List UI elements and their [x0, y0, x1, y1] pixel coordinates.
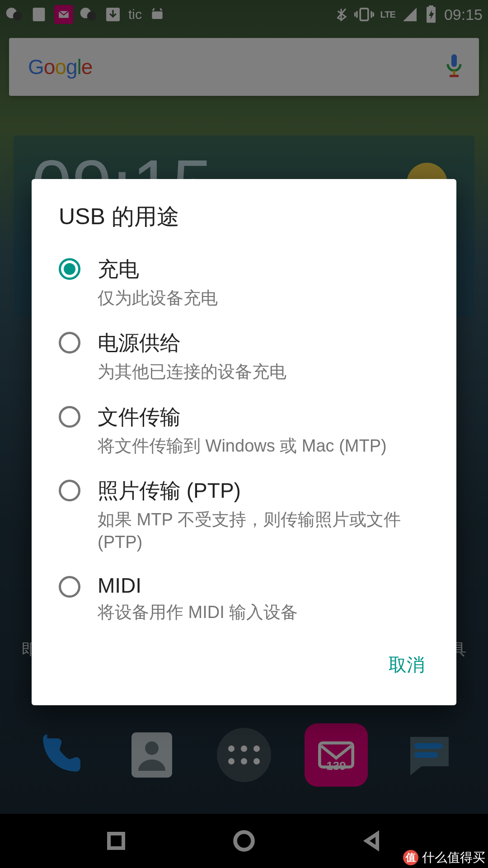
option-desc: 仅为此设备充电 [98, 287, 218, 309]
usb-option-file-transfer[interactable]: 文件传输 将文件传输到 Windows 或 Mac (MTP) [32, 393, 456, 467]
cancel-button[interactable]: 取消 [380, 647, 434, 683]
home-screen: tic LTE 09:15 Google 09:15 即时休眠 影音工具 健康工… [0, 0, 488, 868]
option-label: 照片传输 (PTP) [98, 477, 429, 505]
option-desc: 为其他已连接的设备充电 [98, 361, 286, 383]
radio-selected-icon [59, 258, 80, 280]
dialog-actions: 取消 [32, 633, 456, 701]
option-label: 充电 [98, 255, 218, 283]
option-desc: 如果 MTP 不受支持，则传输照片或文件 (PTP) [98, 509, 429, 553]
option-desc: 将设备用作 MIDI 输入设备 [98, 601, 298, 623]
usb-dialog: USB 的用途 充电 仅为此设备充电 电源供给 为其他已连接的设备充电 文件传输… [32, 179, 456, 705]
radio-icon [59, 406, 80, 428]
usb-option-power-supply[interactable]: 电源供给 为其他已连接的设备充电 [32, 319, 456, 393]
usb-option-ptp[interactable]: 照片传输 (PTP) 如果 MTP 不受支持，则传输照片或文件 (PTP) [32, 467, 456, 563]
usb-option-charging[interactable]: 充电 仅为此设备充电 [32, 245, 456, 319]
radio-icon [59, 576, 80, 598]
option-label: 电源供给 [98, 329, 286, 357]
radio-icon [59, 480, 80, 501]
watermark: 值 什么值得买 [403, 849, 485, 866]
watermark-badge: 值 [403, 850, 418, 865]
usb-option-midi[interactable]: MIDI 将设备用作 MIDI 输入设备 [32, 563, 456, 633]
option-label: 文件传输 [98, 403, 387, 431]
radio-icon [59, 332, 80, 354]
option-label: MIDI [98, 573, 298, 598]
watermark-text: 什么值得买 [422, 849, 485, 866]
dialog-title: USB 的用途 [32, 179, 456, 245]
option-desc: 将文件传输到 Windows 或 Mac (MTP) [98, 435, 387, 457]
